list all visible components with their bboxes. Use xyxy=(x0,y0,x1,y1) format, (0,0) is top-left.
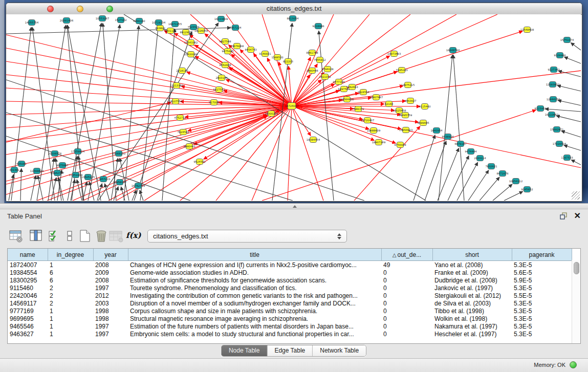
graph-node[interactable]: 9218986 xyxy=(312,24,324,29)
graph-node[interactable]: 62160 xyxy=(385,101,394,107)
graph-node[interactable]: 20391406 xyxy=(60,18,73,24)
graph-node[interactable]: 9756928 xyxy=(394,142,406,148)
row-height-button[interactable] xyxy=(62,229,77,243)
graph-node[interactable]: 10688609 xyxy=(367,128,380,134)
close-panel-icon[interactable]: ✕ xyxy=(574,211,581,221)
graph-node[interactable]: 9115460 xyxy=(419,104,430,110)
graph-node[interactable]: 7485063 xyxy=(396,68,407,73)
graph-node[interactable]: 20206576 xyxy=(48,151,61,157)
graph-node[interactable]: 15692971 xyxy=(550,127,563,133)
graph-node[interactable]: 8215953 xyxy=(534,106,546,112)
graph-node[interactable]: 1527002 xyxy=(115,17,126,23)
graph-node[interactable]: 9146821 xyxy=(259,51,271,57)
graph-node[interactable]: 463822 xyxy=(155,26,165,31)
graph-node[interactable]: 331391 xyxy=(9,167,19,173)
graph-node[interactable]: 18226058 xyxy=(194,28,208,34)
graph-node[interactable]: 1588520 xyxy=(271,55,283,60)
table-row[interactable]: 911546021997Tourette syndrome. Phenomeno… xyxy=(8,284,572,292)
table-row[interactable]: 946554611997Estimation of the future num… xyxy=(8,322,572,330)
citation-network-graph[interactable]: 6216033139143508146382282220391700411675… xyxy=(6,14,581,201)
function-builder-button[interactable]: f(x) xyxy=(126,231,141,240)
graph-node[interactable]: 19384554 xyxy=(307,137,320,143)
graph-node[interactable]: 10654112 xyxy=(509,179,522,184)
graph-node[interactable]: 8471676 xyxy=(496,171,508,177)
graph-node[interactable]: 9474444 xyxy=(465,149,477,155)
table-row[interactable]: 1456911722003Disruption of a novel membe… xyxy=(8,299,572,307)
tab-network-table[interactable]: Network Table xyxy=(312,345,366,356)
graph-node[interactable]: 8912955 xyxy=(180,30,191,35)
graph-node[interactable]: 13654923 xyxy=(399,127,412,133)
divider-collapse-icon[interactable] xyxy=(293,205,297,208)
graph-node[interactable]: 3824554 xyxy=(357,90,369,95)
graph-node[interactable]: 10973493 xyxy=(387,51,401,57)
graph-node[interactable]: 1640954 xyxy=(430,128,443,134)
table-row[interactable]: 1830029562008Estimation of significance … xyxy=(8,276,572,284)
table-selector-dropdown[interactable]: citations_edges.txt xyxy=(147,230,347,243)
graph-node[interactable]: 12093832 xyxy=(546,82,559,87)
graph-node[interactable]: 16495759 xyxy=(399,113,412,118)
tab-edge-table[interactable]: Edge Table xyxy=(267,345,312,356)
graph-node[interactable]: 7632621 xyxy=(485,164,497,169)
network-canvas[interactable]: 6216033139143508146382282220391700411675… xyxy=(6,14,581,201)
graph-node[interactable]: 435081 xyxy=(16,161,27,167)
column-header-short[interactable]: short xyxy=(432,249,512,261)
show-columns-button[interactable] xyxy=(29,229,43,243)
table-scrollbar-thumb[interactable] xyxy=(574,262,579,274)
network-window-titlebar[interactable]: citations_edges.txt xyxy=(6,3,582,15)
create-column-button[interactable] xyxy=(78,229,92,243)
graph-node[interactable]: 20564436 xyxy=(340,97,354,102)
graph-node[interactable]: 8454743 xyxy=(245,47,256,53)
column-header-name[interactable]: name xyxy=(8,249,48,261)
graph-node[interactable]: 9463627 xyxy=(404,98,416,104)
column-header-year[interactable]: year xyxy=(93,249,128,261)
graph-node[interactable]: 17957233 xyxy=(97,177,110,182)
split-divider[interactable] xyxy=(0,203,588,209)
table-row[interactable]: 977716911998Corpus callosum shape and si… xyxy=(8,307,572,315)
graph-node[interactable]: 6466160 xyxy=(133,18,145,24)
table-row[interactable]: 2242004622012Investigating the contribut… xyxy=(8,292,572,299)
column-header-out_de[interactable]: △out_de... xyxy=(381,249,432,261)
graph-node[interactable]: 9827548 xyxy=(219,39,231,45)
float-window-icon[interactable] xyxy=(559,212,568,220)
graph-node[interactable]: 13975115 xyxy=(401,82,415,88)
graph-node[interactable]: 10807487 xyxy=(369,95,383,100)
graph-node[interactable]: 11548408 xyxy=(520,27,534,33)
graph-node[interactable]: 17016504 xyxy=(553,141,567,147)
graph-node[interactable]: 18907249 xyxy=(372,140,385,145)
graph-node[interactable]: 12444158 xyxy=(547,97,560,102)
memory-ok-indicator[interactable] xyxy=(570,361,577,368)
graph-node[interactable]: 9245652 xyxy=(521,187,533,192)
graph-node[interactable]: 6879197 xyxy=(454,141,466,147)
table-row[interactable]: 1938455462009Genome-wide association stu… xyxy=(8,269,572,276)
table-row[interactable]: 1872400712008Changes of HCN gene express… xyxy=(8,261,572,269)
graph-node[interactable]: 16033809 xyxy=(214,16,228,22)
graph-node[interactable]: 13942757 xyxy=(51,170,64,176)
graph-node[interactable]: 9475685 xyxy=(222,49,233,54)
graph-node[interactable]: 4752712 xyxy=(174,115,186,121)
column-header-title[interactable]: title xyxy=(128,249,381,261)
graph-node[interactable]: 8813054 xyxy=(287,16,299,21)
graph-node[interactable]: 9524502 xyxy=(193,159,205,165)
window-resize-grip[interactable] xyxy=(572,191,580,200)
graph-node[interactable]: 1167533 xyxy=(561,155,573,161)
graph-node[interactable]: 13505135 xyxy=(81,174,95,180)
table-row[interactable]: 969969511998Structural magnetic resonanc… xyxy=(8,315,572,322)
graph-node[interactable]: 8961768 xyxy=(306,50,318,56)
graph-node[interactable]: 7624542 xyxy=(177,129,189,135)
graph-node[interactable]: 10719134 xyxy=(152,20,166,26)
table-scrollbar[interactable] xyxy=(572,260,580,343)
graph-node[interactable]: 18107554 xyxy=(169,99,183,104)
graph-node[interactable]: 917004 xyxy=(209,100,220,105)
graph-node[interactable]: 6794028 xyxy=(321,67,333,72)
graph-node[interactable]: 9699695 xyxy=(417,120,429,126)
graph-node[interactable]: 15751074 xyxy=(560,37,574,43)
column-header-in_degree[interactable]: in_degree xyxy=(48,249,93,261)
select-columns-button[interactable] xyxy=(47,229,61,243)
graph-node[interactable]: 2933114 xyxy=(474,156,486,161)
tab-node-table[interactable]: Node Table xyxy=(222,345,267,356)
graph-node[interactable]: 822203 xyxy=(283,59,293,64)
table-options-button[interactable] xyxy=(9,229,23,243)
delete-column-button[interactable] xyxy=(94,229,108,243)
column-header-pagerank[interactable]: pagerank xyxy=(512,249,572,261)
left-panel-edge[interactable] xyxy=(0,0,5,203)
